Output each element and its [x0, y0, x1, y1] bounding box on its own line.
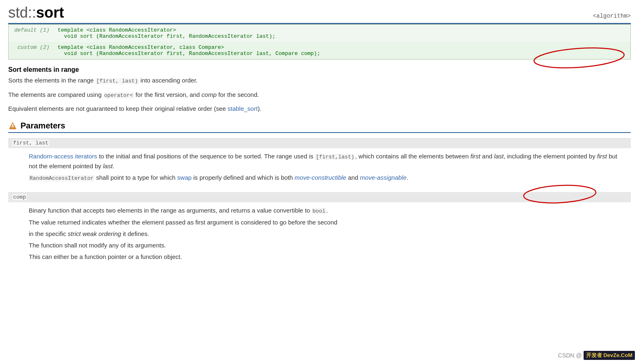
signature-table: default (1) template <class RandomAccess…: [8, 24, 631, 60]
sig-label-1: default (1): [9, 25, 54, 42]
param-comp-line2: The value returned indicates whether the…: [29, 217, 623, 227]
param-comp-line4: The function shall not modify any of its…: [29, 240, 623, 250]
svg-point-0: [534, 47, 625, 69]
param-block-first-last: first, last Random-access iterators to t…: [8, 138, 631, 187]
move-assignable-link[interactable]: move-assignable: [360, 174, 406, 181]
params-header: Parameters: [8, 121, 631, 133]
random-access-iterators-link[interactable]: Random-access iterators: [29, 153, 97, 160]
code-range: [first, last): [96, 78, 139, 84]
svg-rect-2: [11, 126, 14, 127]
title-main: sort: [36, 4, 64, 21]
param-first-last-line1: Random-access iterators to the initial a…: [29, 151, 623, 172]
signature-wrapper: default (1) template <class RandomAccess…: [8, 24, 631, 60]
signature-row-1: default (1) template <class RandomAccess…: [9, 25, 631, 42]
param-comp-line1: Binary function that accepts two element…: [29, 206, 623, 216]
svg-point-4: [523, 184, 596, 204]
sig-label-2: custom (2): [9, 42, 54, 60]
stable-sort-link[interactable]: stable_sort: [228, 105, 258, 112]
comp-italic: comp: [202, 91, 217, 98]
params-icon: [8, 121, 17, 130]
code-range-2: [first,last): [315, 154, 355, 160]
page-header: std::sort <algorithm>: [8, 4, 631, 24]
red-circle-annotation-1: [532, 47, 626, 69]
swap-link[interactable]: swap: [177, 174, 192, 181]
red-circle-annotation-2: [522, 184, 598, 204]
param-name-first-last: first, last: [8, 138, 631, 148]
signature-row-2: custom (2) template <class RandomAccessI…: [9, 42, 631, 60]
sig-code-1: template <class RandomAccessIterator> vo…: [54, 25, 631, 42]
param-desc-first-last: Random-access iterators to the initial a…: [8, 148, 631, 187]
param-first-last-line2: RandomAccessIterator shall point to a ty…: [29, 173, 623, 183]
code-bool: bool: [312, 208, 326, 214]
svg-rect-3: [12, 124, 14, 126]
param-block-comp: comp Binary function that accepts two el…: [8, 192, 631, 265]
desc-para-2: The elements are compared using operator…: [8, 90, 631, 100]
param-comp-line3: in the specific strict weak ordering it …: [29, 229, 623, 239]
sig-code-2: template <class RandomAccessIterator, cl…: [54, 42, 631, 60]
page-title: std::sort: [8, 4, 64, 21]
param-desc-comp: Binary function that accepts two element…: [8, 202, 631, 265]
params-title: Parameters: [21, 121, 65, 130]
title-prefix: std::: [8, 4, 36, 21]
desc-para-3: Equivalent elements are not guaranteed t…: [8, 104, 631, 114]
code-rai: RandomAccessIterator: [29, 175, 94, 181]
code-operator: operator<: [103, 92, 134, 98]
param-comp-line5: This can either be a function pointer or…: [29, 252, 623, 262]
header-tag: <algorithm>: [593, 13, 631, 19]
desc-para-1: Sorts the elements in the range [first, …: [8, 76, 631, 85]
move-constructible-link[interactable]: move-constructible: [295, 174, 346, 181]
